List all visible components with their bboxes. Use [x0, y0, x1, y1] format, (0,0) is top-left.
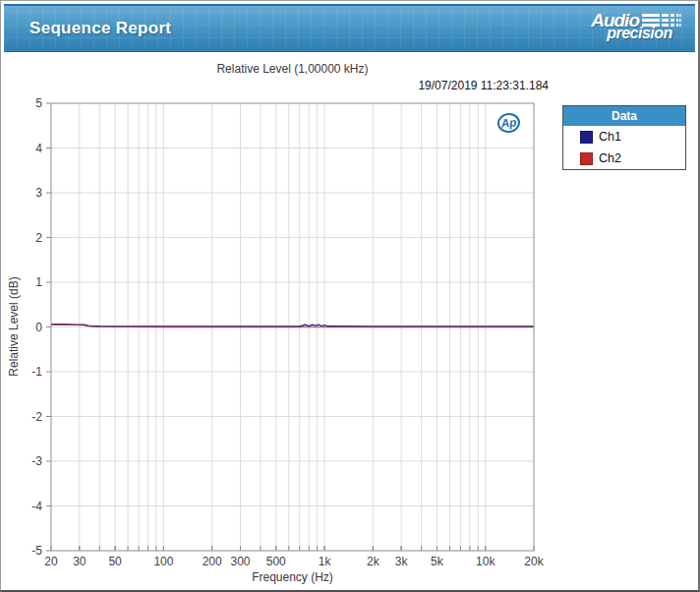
x-tick-label: 20 [44, 555, 58, 568]
ch2-color-swatch [580, 152, 593, 165]
x-tick-label: 3k [395, 555, 409, 568]
legend-item-ch1: Ch1 [563, 126, 685, 148]
y-tick-label: 5 [35, 96, 42, 110]
ap-circle-logo: Ap [496, 112, 521, 134]
ch1-label: Ch1 [599, 130, 621, 144]
report-header: Sequence Report Audio precision [4, 4, 695, 52]
x-tick-label: 500 [266, 555, 286, 568]
x-tick-label: 300 [230, 555, 250, 568]
legend-header: Data [563, 106, 685, 126]
x-axis-title: Frequency (Hz) [51, 570, 534, 584]
gridlines [51, 103, 534, 551]
y-axis-title: Relative Level (dB) [7, 276, 21, 376]
audio-precision-logo: Audio precision [591, 11, 681, 41]
y-tick-label: 4 [35, 142, 42, 155]
x-tick-label: 50 [108, 555, 122, 568]
y-tick-label: 2 [35, 231, 42, 245]
y-tick-label: 1 [35, 275, 42, 289]
plot-border [51, 103, 534, 551]
ch2-line [51, 325, 534, 327]
report-timestamp: 19/07/2019 11:23:31.184 [51, 79, 549, 92]
y-tick-label: -3 [31, 454, 42, 468]
chart-title: Relative Level (1,00000 kHz) [51, 62, 534, 76]
y-tick-label: 3 [35, 186, 42, 200]
x-tick-label: 2k [367, 555, 380, 568]
y-tick-label: -4 [31, 500, 42, 513]
x-tick-label: 100 [153, 555, 173, 568]
y-tick-label: 0 [35, 321, 42, 334]
y-tick-label: -1 [31, 365, 42, 379]
legend-box: Data Ch1 Ch2 [562, 105, 686, 170]
x-tick-label: 10k [476, 555, 496, 568]
ch1-line [51, 325, 534, 326]
ap-badge-text: Ap [500, 115, 517, 131]
legend-item-ch2: Ch2 [563, 148, 685, 169]
tick-labels: -5-4-3-2-10123452030501002003005001k2k3k… [31, 96, 544, 568]
x-tick-label: 30 [73, 555, 87, 568]
page-title: Sequence Report [29, 19, 171, 38]
y-tick-label: -2 [31, 410, 42, 424]
plot-area: -5-4-3-2-10123452030501002003005001k2k3k… [31, 96, 544, 568]
y-tick-label: -5 [31, 544, 42, 558]
x-tick-label: 1k [319, 555, 332, 568]
tick-marks [46, 103, 534, 551]
x-tick-label: 20k [524, 555, 544, 568]
logo-text-precision: precision [607, 26, 681, 41]
x-tick-label: 200 [203, 555, 222, 568]
x-tick-label: 5k [431, 555, 444, 568]
ch2-label: Ch2 [599, 151, 621, 165]
ch1-color-swatch [580, 131, 593, 144]
